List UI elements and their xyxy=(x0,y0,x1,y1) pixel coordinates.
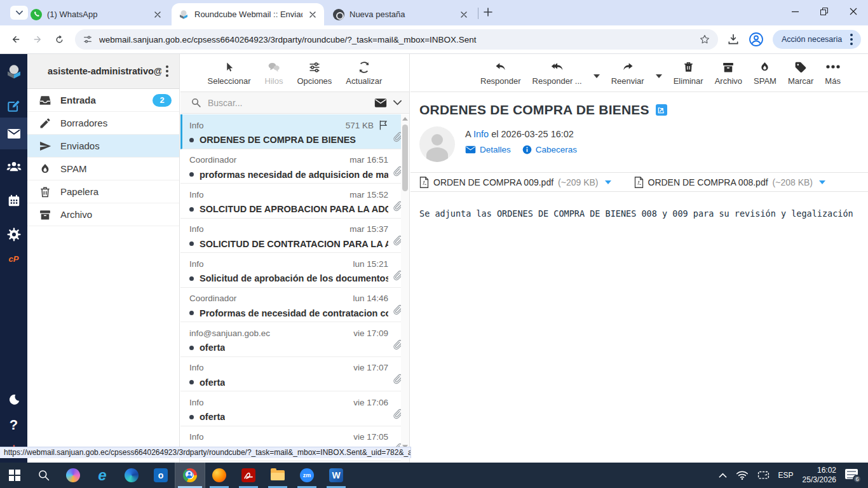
tab-title: (1) WhatsApp xyxy=(47,10,147,19)
attachment-chip[interactable]: ORDEN DE COMPRA 008.pdf (~208 KB) xyxy=(634,177,826,188)
folder-item-enviados[interactable]: Enviados xyxy=(27,135,179,158)
folder-item-spam[interactable]: SPAM xyxy=(27,158,179,180)
forward-button[interactable] xyxy=(27,29,48,50)
rail-help-button[interactable]: ? xyxy=(0,411,27,439)
rail-mail-button[interactable] xyxy=(0,118,27,149)
taskbar-edge-button[interactable] xyxy=(117,463,146,488)
message-view-pane: Responder Responder ... Reenviar Elimina… xyxy=(410,54,868,463)
tray-expand-chevron-icon[interactable] xyxy=(719,473,727,478)
folder-item-papelera[interactable]: Papelera xyxy=(27,180,179,203)
notification-center-button[interactable]: 6 xyxy=(845,468,860,482)
taskbar-firefox-button[interactable] xyxy=(205,463,234,488)
reply-all-dropdown-caret[interactable] xyxy=(593,74,600,78)
start-button[interactable] xyxy=(0,463,29,488)
details-link[interactable]: Detalles xyxy=(465,145,511,154)
message-list: Info 571 KB ORDENES DE COMPRA DE BIENES … xyxy=(180,114,410,463)
tab-close-icon[interactable] xyxy=(459,10,469,20)
more-button[interactable]: Más xyxy=(825,60,841,86)
taskbar-chrome-button[interactable] xyxy=(175,463,205,488)
scroll-up-arrow[interactable] xyxy=(401,114,409,123)
display-icon[interactable] xyxy=(757,471,770,480)
unread-dot xyxy=(189,241,194,246)
message-list-item[interactable]: Coordinador mar 16:51 proformas necesida… xyxy=(180,149,410,184)
tab-close-icon[interactable] xyxy=(308,10,318,20)
delete-button[interactable]: Eliminar xyxy=(674,60,703,86)
search-expand-chevron-icon[interactable] xyxy=(393,100,402,105)
reply-button[interactable]: Responder xyxy=(480,60,521,86)
tab-roundcube[interactable]: Roundcube Webmail :: Enviados xyxy=(172,3,324,25)
rail-darkmode-button[interactable] xyxy=(0,386,27,414)
attachment-dropdown-caret[interactable] xyxy=(819,180,825,184)
profile-icon[interactable] xyxy=(749,32,764,47)
list-scrollbar[interactable] xyxy=(401,114,409,463)
forward-dropdown-caret[interactable] xyxy=(656,74,662,78)
message-list-item[interactable]: Info vie 17:07 oferta xyxy=(180,357,410,392)
attachment-chip[interactable]: ORDEN DE COMPRA 009.pdf (~209 KB) xyxy=(419,177,611,188)
folder-item-entrada[interactable]: Entrada 2 xyxy=(27,89,179,112)
reply-all-button[interactable]: Responder ... xyxy=(532,60,582,86)
tab-new[interactable]: Nueva pestaña xyxy=(327,3,475,25)
action-needed-button[interactable]: Acción necesaria xyxy=(773,30,861,49)
message-list-item[interactable]: Coordinador lun 14:46 Proformas de neces… xyxy=(180,288,410,323)
archive-button[interactable]: Archivo xyxy=(715,60,742,86)
rail-contacts-button[interactable] xyxy=(0,152,27,180)
message-list-item[interactable]: Info 571 KB ORDENES DE COMPRA DE BIENES xyxy=(180,114,410,149)
message-list-item[interactable]: Info lun 15:21 Solicitud de aprobación d… xyxy=(180,253,410,288)
search-input[interactable] xyxy=(208,98,368,108)
search-scope-envelope-icon[interactable] xyxy=(374,98,387,108)
taskbar-search-button[interactable] xyxy=(29,463,58,488)
unread-badge: 2 xyxy=(153,94,172,107)
cpanel-logo[interactable]: cP xyxy=(0,245,27,273)
bookmark-star-icon[interactable] xyxy=(699,34,710,45)
message-list-item[interactable]: Info mar 15:52 SOLCITUD DE APROBACION PA… xyxy=(180,184,410,219)
folder-item-borradores[interactable]: Borradores xyxy=(27,112,179,135)
taskbar-zoom-button[interactable]: zm xyxy=(292,463,322,488)
taskbar-outlook-button[interactable]: o xyxy=(146,463,175,488)
rail-calendar-button[interactable] xyxy=(0,187,27,215)
options-button[interactable]: Opciones xyxy=(297,60,332,86)
tab-whatsapp[interactable]: (1) WhatsApp xyxy=(24,3,169,25)
message-sender: Info xyxy=(189,190,349,200)
message-date: mar 16:51 xyxy=(349,155,388,165)
message-list-item[interactable]: Info mar 15:37 SOLICITUD DE CONTRATACION… xyxy=(180,219,410,254)
new-tab-button[interactable] xyxy=(483,7,493,17)
attachment-dropdown-caret[interactable] xyxy=(605,180,611,184)
wifi-icon[interactable] xyxy=(736,470,749,480)
window-minimize-button[interactable] xyxy=(780,0,810,23)
browser-menu-icon[interactable] xyxy=(846,34,857,45)
taskbar-acrobat-button[interactable] xyxy=(234,463,263,488)
mark-button[interactable]: Marcar xyxy=(788,60,813,86)
omnibox[interactable]: webmail.sanjuan.gob.ec/cpsess6640264923/… xyxy=(75,29,718,50)
refresh-button[interactable]: Actualizar xyxy=(346,60,382,86)
folder-item-archivo[interactable]: Archivo xyxy=(27,203,179,226)
scrollbar-thumb[interactable] xyxy=(402,125,408,191)
clock[interactable]: 16:02 25/3/2026 xyxy=(803,466,836,485)
back-button[interactable] xyxy=(5,29,27,50)
threads-button[interactable]: Hilos xyxy=(265,60,283,86)
taskbar-copilot-button[interactable] xyxy=(58,463,88,488)
select-button[interactable]: Seleccionar xyxy=(208,60,251,86)
message-list-item[interactable]: info@sanjuan.gob.ec vie 17:09 oferta xyxy=(180,322,410,357)
account-menu-button[interactable] xyxy=(161,65,173,77)
unread-dot xyxy=(189,415,194,419)
downloads-icon[interactable] xyxy=(727,33,740,46)
taskbar-ie-button[interactable]: e xyxy=(88,463,117,488)
attachment-name: ORDEN DE COMPRA 009.pdf xyxy=(433,177,553,187)
headers-link[interactable]: Cabeceras xyxy=(522,145,577,154)
language-indicator[interactable]: ESP xyxy=(778,471,794,480)
taskbar-word-button[interactable]: W xyxy=(322,463,351,488)
forward-button-mail[interactable]: Reenviar xyxy=(611,60,644,86)
spam-button[interactable]: SPAM xyxy=(754,60,776,86)
site-info-icon[interactable] xyxy=(83,34,93,44)
tab-close-icon[interactable] xyxy=(153,10,163,20)
rail-compose-button[interactable] xyxy=(0,92,27,120)
taskbar-explorer-button[interactable] xyxy=(263,463,292,488)
message-list-item[interactable]: Info vie 17:06 oferta xyxy=(180,391,410,426)
window-close-button[interactable] xyxy=(839,0,868,23)
reload-button[interactable] xyxy=(48,29,70,50)
unread-dot xyxy=(189,172,194,177)
external-link-icon[interactable] xyxy=(656,104,667,116)
recipient-link[interactable]: Info xyxy=(473,129,489,139)
compose-icon xyxy=(7,99,21,113)
window-restore-button[interactable] xyxy=(810,0,839,23)
